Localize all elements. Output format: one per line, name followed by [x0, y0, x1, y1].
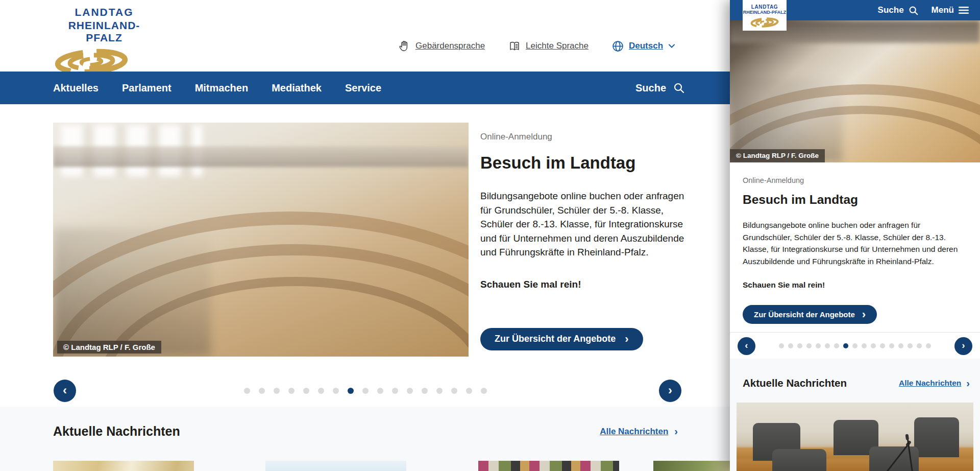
hero-image-decor	[53, 146, 469, 167]
carousel-dot[interactable]	[862, 343, 867, 348]
landtag-rlp-homepage: LANDTAG RHEINLAND-PFALZ Gebärdensprache …	[0, 0, 980, 471]
news-card-image[interactable]	[478, 461, 619, 471]
carousel-dot[interactable]	[303, 388, 309, 394]
logo-line1: LANDTAG	[53, 6, 155, 18]
carousel-dot[interactable]	[466, 388, 472, 394]
chevron-left-icon: ‹	[745, 340, 748, 351]
carousel-dot[interactable]	[318, 388, 324, 394]
language-label: Deutsch	[629, 41, 663, 51]
hero-text-column: Online-Anmeldung Besuch im Landtag Bildu…	[480, 132, 691, 350]
chevron-right-icon: ›	[674, 426, 678, 437]
mobile-search-button[interactable]: Suche	[878, 5, 918, 15]
carousel-dot[interactable]	[917, 343, 922, 348]
carousel-dot[interactable]	[880, 343, 885, 348]
carousel-dot[interactable]	[834, 343, 839, 348]
carousel-prev-button[interactable]: ‹	[54, 380, 76, 402]
hand-icon	[398, 40, 410, 52]
carousel-dot[interactable]	[908, 343, 913, 348]
main-navigation: Aktuelles Parlament Mitmachen Mediathek …	[0, 72, 731, 104]
offers-overview-label: Zur Übersicht der Angebote	[495, 334, 616, 344]
globe-icon	[612, 40, 624, 52]
carousel-dot[interactable]	[898, 343, 903, 348]
mobile-landtag-logo[interactable]: LANDTAG RHEINLAND-PFALZ	[743, 0, 787, 31]
nav-item-mitmachen[interactable]: Mitmachen	[195, 82, 248, 94]
carousel-dot[interactable]	[816, 343, 821, 348]
carousel-dot[interactable]	[259, 388, 265, 394]
all-news-link[interactable]: Alle Nachrichten ›	[600, 426, 678, 437]
carousel-dot[interactable]	[392, 388, 398, 394]
carousel-dot[interactable]	[779, 343, 784, 348]
carousel-dot[interactable]	[481, 388, 487, 394]
carousel-dot[interactable]	[362, 388, 369, 394]
hero-image-decor	[53, 228, 211, 357]
nav-items: Aktuelles Parlament Mitmachen Mediathek …	[53, 72, 381, 104]
logo-swirl-icon	[750, 17, 779, 28]
carousel-dot[interactable]	[407, 388, 413, 394]
carousel-dot[interactable]	[451, 388, 457, 394]
carousel-dot-active[interactable]	[843, 343, 848, 348]
news-card-image[interactable]	[265, 461, 406, 471]
carousel-dot[interactable]	[889, 343, 894, 348]
easy-language-link[interactable]: Leichte Sprache	[508, 40, 589, 52]
nav-item-aktuelles[interactable]: Aktuelles	[53, 82, 99, 94]
carousel-dot[interactable]	[436, 388, 443, 394]
hero-image-plenary-hall: © Landtag RLP / F. Große	[53, 123, 469, 357]
mobile-menu-button[interactable]: Menü	[932, 5, 969, 15]
news-image-decor	[772, 449, 827, 471]
mobile-carousel-next-button[interactable]: ›	[954, 337, 972, 355]
mobile-offers-overview-button[interactable]: Zur Übersicht der Angebote ›	[743, 305, 877, 324]
carousel-dot[interactable]	[288, 388, 295, 394]
nav-item-mediathek[interactable]: Mediathek	[272, 82, 322, 94]
carousel-dot[interactable]	[788, 343, 793, 348]
news-card-image[interactable]	[53, 461, 194, 471]
divider	[730, 332, 980, 333]
carousel-next-button[interactable]: ›	[659, 380, 681, 402]
chevron-right-icon: ›	[862, 309, 866, 320]
carousel-dot[interactable]	[871, 343, 876, 348]
mobile-search-label: Suche	[878, 5, 904, 15]
carousel-dot[interactable]	[825, 343, 830, 348]
all-news-label: Alle Nachrichten	[600, 427, 668, 437]
image-credit-badge: © Landtag RLP / F. Große	[730, 149, 825, 162]
offers-overview-button[interactable]: Zur Übersicht der Angebote ›	[480, 328, 643, 350]
news-heading: Aktuelle Nachrichten	[743, 377, 847, 389]
offers-overview-label: Zur Übersicht der Angebote	[754, 310, 855, 319]
hamburger-menu-icon	[959, 6, 969, 14]
carousel-dot[interactable]	[244, 388, 250, 394]
landtag-logo[interactable]: LANDTAG RHEINLAND-PFALZ	[53, 6, 155, 76]
nav-item-parlament[interactable]: Parlament	[122, 82, 172, 94]
carousel-dot[interactable]	[274, 388, 280, 394]
mobile-hero-image-plenary-hall	[730, 20, 980, 162]
carousel-dot[interactable]	[852, 343, 857, 348]
mobile-carousel-prev-button[interactable]: ‹	[738, 337, 755, 355]
hero-kicker: Online-Anmeldung	[743, 176, 971, 184]
image-credit-badge: © Landtag RLP / F. Große	[57, 341, 161, 354]
carousel-dot[interactable]	[926, 343, 931, 348]
hero-body-text: Bildungsangebote online buchen oder anfr…	[480, 189, 691, 260]
logo-line2: RHEINLAND-PFALZ	[53, 19, 155, 44]
hero-body-text: Bildungsangebote online buchen oder anfr…	[743, 219, 971, 267]
language-selector[interactable]: Deutsch	[612, 40, 675, 52]
mobile-view-panel: Suche Menü LANDTAG RHEINLAND-PFALZ	[730, 0, 980, 471]
mobile-all-news-link[interactable]: Alle Nachrichten ›	[899, 378, 970, 389]
mobile-carousel-dots	[779, 343, 931, 348]
carousel-dot[interactable]	[797, 343, 802, 348]
news-image-decor	[914, 417, 959, 457]
sign-language-link[interactable]: Gebärdensprache	[398, 40, 485, 52]
carousel-dot[interactable]	[377, 388, 383, 394]
news-section-header: Aktuelle Nachrichten Alle Nachrichten ›	[53, 424, 678, 439]
search-icon	[909, 6, 918, 15]
mobile-news-card-image[interactable]	[737, 403, 973, 471]
nav-search-button[interactable]: Suche	[635, 72, 684, 104]
mobile-hero-text-column: Online-Anmeldung Besuch im Landtag Bildu…	[743, 176, 971, 324]
chevron-right-icon: ›	[962, 340, 965, 351]
nav-search-label: Suche	[635, 82, 666, 94]
carousel-dot[interactable]	[806, 343, 812, 348]
hero-title: Besuch im Landtag	[480, 153, 691, 173]
carousel-dot[interactable]	[333, 388, 339, 394]
carousel-dot[interactable]	[422, 388, 428, 394]
carousel-dot-active[interactable]	[348, 388, 354, 394]
hero-kicker: Online-Anmeldung	[480, 132, 691, 142]
chevron-down-icon	[668, 43, 675, 49]
nav-item-service[interactable]: Service	[345, 82, 381, 94]
